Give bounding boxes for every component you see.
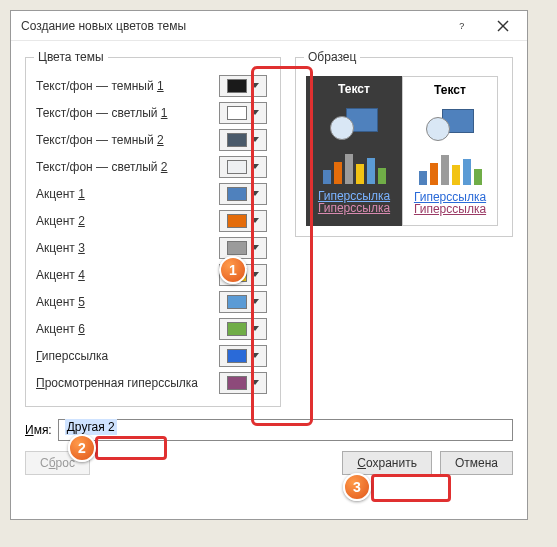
bar-icon — [378, 168, 386, 184]
name-row: Имя: Другая 2 — [25, 419, 513, 441]
cancel-button[interactable]: Отмена — [440, 451, 513, 475]
color-picker[interactable] — [219, 183, 267, 205]
color-picker[interactable] — [219, 345, 267, 367]
color-label: Акцент 3 — [36, 241, 216, 255]
color-row: Просмотренная гиперссылка — [36, 369, 270, 396]
bar-icon — [323, 170, 331, 184]
reset-button[interactable]: Сброс — [25, 451, 90, 475]
create-theme-colors-dialog: Создание новых цветов темы ? Цвета темы … — [10, 10, 528, 520]
color-label: Акцент 1 — [36, 187, 216, 201]
color-swatch-icon — [227, 349, 247, 363]
color-picker[interactable] — [219, 318, 267, 340]
sample-light-pane: Текст Гиперссылка Гиперссылка — [402, 76, 498, 226]
chevron-down-icon — [251, 326, 259, 331]
chevron-down-icon — [251, 191, 259, 196]
color-swatch-icon — [227, 160, 247, 174]
color-swatch-icon — [227, 268, 247, 282]
bars-preview-dark-icon — [323, 148, 386, 184]
color-picker[interactable] — [219, 75, 267, 97]
color-swatch-icon — [227, 295, 247, 309]
bar-icon — [345, 154, 353, 184]
color-label: Акцент 5 — [36, 295, 216, 309]
color-row: Гиперссылка — [36, 342, 270, 369]
color-row: Текст/фон — светлый 2 — [36, 153, 270, 180]
bar-icon — [441, 155, 449, 185]
chevron-down-icon — [251, 218, 259, 223]
bar-icon — [356, 164, 364, 184]
color-swatch-icon — [227, 187, 247, 201]
color-label: Текст/фон — светлый 2 — [36, 160, 216, 174]
sample-group: Образец Текст Гиперссылка Гиперссылка Те… — [295, 57, 513, 237]
color-picker[interactable] — [219, 210, 267, 232]
bar-icon — [474, 169, 482, 185]
color-swatch-icon — [227, 376, 247, 390]
dialog-content: Цвета темы Текст/фон — темный 1Текст/фон… — [11, 41, 527, 483]
theme-colors-group: Цвета темы Текст/фон — темный 1Текст/фон… — [25, 57, 281, 407]
color-label: Гиперссылка — [36, 349, 216, 363]
color-swatch-icon — [227, 79, 247, 93]
color-picker[interactable] — [219, 291, 267, 313]
sample-visited-light: Гиперссылка — [414, 203, 486, 215]
color-row: Текст/фон — темный 1 — [36, 72, 270, 99]
bars-preview-light-icon — [419, 149, 482, 185]
bar-icon — [334, 162, 342, 184]
shape-preview-icon — [324, 102, 384, 140]
color-row: Акцент 4 — [36, 261, 270, 288]
color-picker[interactable] — [219, 102, 267, 124]
color-swatch-icon — [227, 133, 247, 147]
theme-colors-legend: Цвета темы — [34, 50, 108, 64]
color-picker[interactable] — [219, 237, 267, 259]
close-button[interactable] — [483, 13, 523, 39]
bar-icon — [463, 159, 471, 185]
color-label: Текст/фон — темный 2 — [36, 133, 216, 147]
color-row: Текст/фон — светлый 1 — [36, 99, 270, 126]
sample-visited-dark: Гиперссылка — [318, 202, 390, 214]
color-label: Акцент 6 — [36, 322, 216, 336]
color-swatch-icon — [227, 322, 247, 336]
name-input[interactable]: Другая 2 — [58, 419, 513, 441]
titlebar: Создание новых цветов темы ? — [11, 11, 527, 41]
help-button[interactable]: ? — [443, 13, 483, 39]
chevron-down-icon — [251, 272, 259, 277]
color-row: Акцент 3 — [36, 234, 270, 261]
color-picker[interactable] — [219, 264, 267, 286]
color-row: Акцент 2 — [36, 207, 270, 234]
color-label: Текст/фон — темный 1 — [36, 79, 216, 93]
color-swatch-icon — [227, 106, 247, 120]
color-label: Акцент 4 — [36, 268, 216, 282]
color-picker[interactable] — [219, 156, 267, 178]
save-button[interactable]: Сохранить — [342, 451, 432, 475]
dialog-title: Создание новых цветов темы — [21, 19, 443, 33]
sample-legend: Образец — [304, 50, 360, 64]
chevron-down-icon — [251, 110, 259, 115]
name-label: Имя: — [25, 423, 52, 437]
color-label: Текст/фон — светлый 1 — [36, 106, 216, 120]
color-swatch-icon — [227, 241, 247, 255]
color-picker[interactable] — [219, 372, 267, 394]
color-row: Акцент 6 — [36, 315, 270, 342]
chevron-down-icon — [251, 299, 259, 304]
color-row: Акцент 5 — [36, 288, 270, 315]
color-picker[interactable] — [219, 129, 267, 151]
color-swatch-icon — [227, 214, 247, 228]
sample-text-light: Текст — [434, 83, 466, 97]
svg-text:?: ? — [459, 21, 464, 31]
chevron-down-icon — [251, 164, 259, 169]
chevron-down-icon — [251, 245, 259, 250]
bar-icon — [419, 171, 427, 185]
chevron-down-icon — [251, 353, 259, 358]
bar-icon — [367, 158, 375, 184]
color-label: Просмотренная гиперссылка — [36, 376, 216, 390]
color-label: Акцент 2 — [36, 214, 216, 228]
shape-preview-icon — [420, 103, 480, 141]
color-row: Акцент 1 — [36, 180, 270, 207]
chevron-down-icon — [251, 137, 259, 142]
sample-text-dark: Текст — [338, 82, 370, 96]
chevron-down-icon — [251, 83, 259, 88]
bar-icon — [452, 165, 460, 185]
chevron-down-icon — [251, 380, 259, 385]
color-row: Текст/фон — темный 2 — [36, 126, 270, 153]
sample-dark-pane: Текст Гиперссылка Гиперссылка — [306, 76, 402, 226]
bar-icon — [430, 163, 438, 185]
